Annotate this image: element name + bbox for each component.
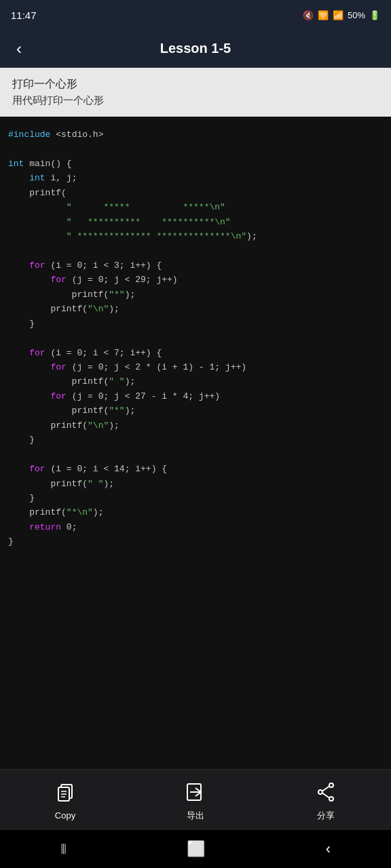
back-button[interactable]: ‹ <box>11 34 27 64</box>
status-bar: 11:47 🔇 🛜 📶 50% 🔋 <box>0 0 391 30</box>
export-action[interactable]: 导出 <box>171 778 220 822</box>
code-block: #include <stdio.h> int main() { int i, j… <box>8 127 383 549</box>
copy-icon <box>52 779 79 806</box>
battery-icon: 🔋 <box>369 10 380 20</box>
mute-icon: 🔇 <box>303 10 314 20</box>
svg-line-11 <box>322 793 329 797</box>
nav-bar: ⦀ ⬜ ‹ <box>0 830 391 868</box>
status-time: 11:47 <box>11 9 37 21</box>
copy-label: Copy <box>55 810 75 821</box>
code-area[interactable]: #include <stdio.h> int main() { int i, j… <box>0 117 391 769</box>
description-area: 打印一个心形 用代码打印一个心形 <box>0 68 391 117</box>
nav-home-button[interactable]: ⬜ <box>170 835 221 863</box>
nav-back-button[interactable]: ‹ <box>310 835 347 863</box>
svg-point-8 <box>318 790 322 794</box>
svg-point-9 <box>329 797 333 801</box>
title-bar: ‹ Lesson 1-5 <box>0 30 391 68</box>
export-label: 导出 <box>187 810 204 822</box>
export-icon <box>182 778 209 806</box>
share-action[interactable]: 分享 <box>301 778 350 822</box>
desc-title: 打印一个心形 <box>12 77 379 92</box>
copy-action[interactable]: Copy <box>41 779 90 821</box>
svg-line-10 <box>322 786 329 791</box>
share-icon <box>312 778 339 806</box>
bottom-bar: Copy 导出 分享 <box>0 769 391 830</box>
nav-menu-button[interactable]: ⦀ <box>44 835 83 863</box>
svg-point-7 <box>329 783 333 787</box>
share-label: 分享 <box>317 810 335 822</box>
signal-icon: 📶 <box>333 10 343 20</box>
wifi-icon: 🛜 <box>318 10 329 20</box>
status-icons: 🔇 🛜 📶 50% 🔋 <box>303 10 380 20</box>
battery-text: 50% <box>348 10 365 20</box>
page-title: Lesson 1-5 <box>160 41 231 56</box>
desc-subtitle: 用代码打印一个心形 <box>12 94 379 107</box>
